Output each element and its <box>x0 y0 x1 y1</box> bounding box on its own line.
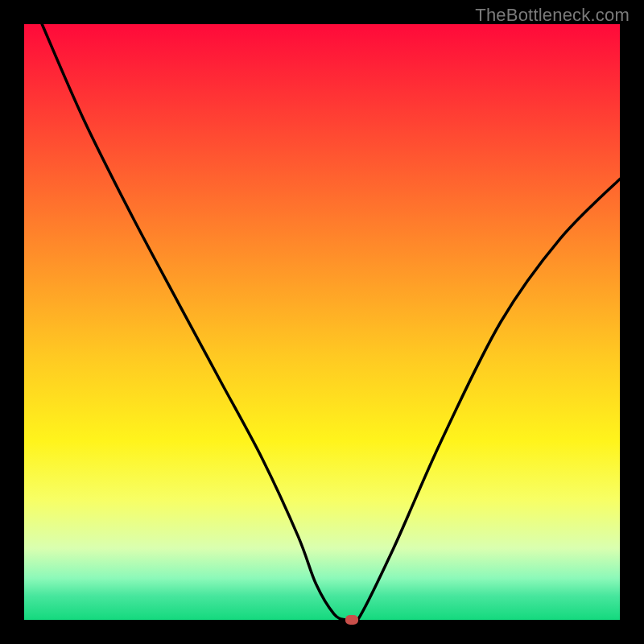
curve-path <box>42 24 620 620</box>
plot-area <box>24 24 620 620</box>
chart-frame: TheBottleneck.com <box>0 0 644 644</box>
watermark-text: TheBottleneck.com <box>475 5 630 26</box>
optimal-marker <box>345 615 358 625</box>
bottleneck-curve <box>24 24 620 620</box>
